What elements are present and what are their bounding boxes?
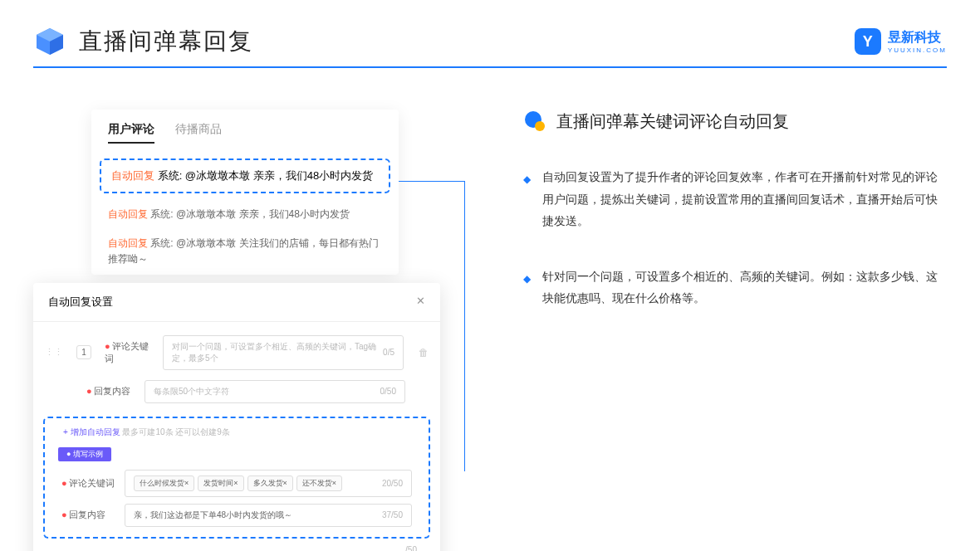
content-input[interactable]: 每条限50个中文字符 0/50 <box>145 380 405 403</box>
page-title: 直播间弹幕回复 <box>79 26 253 57</box>
drag-handle-icon[interactable]: ⋮⋮ <box>45 347 63 358</box>
add-auto-reply-link[interactable]: + 增加自动回复 <box>63 427 120 436</box>
connector-line <box>399 181 465 471</box>
modal-title: 自动回复设置 <box>48 295 113 310</box>
cube-icon <box>33 25 66 58</box>
brand-subtitle: YUUXIN.COM <box>888 46 947 54</box>
example-content-input[interactable]: 亲，我们这边都是下单48小时内发货的哦～ 37/50 <box>125 504 412 527</box>
auto-reply-settings-modal: 自动回复设置 ✕ ⋮⋮ 1 ●评论关键词 对同一个问题，可设置多个相近、高频的关… <box>33 283 440 551</box>
row-number: 1 <box>76 345 91 359</box>
outer-counter: /50 <box>33 545 440 551</box>
bullet-item: ◆ 自动回复设置为了提升作者的评论回复效率，作者可在开播前针对常见的评论用户问题… <box>523 166 947 232</box>
diamond-icon: ◆ <box>523 270 531 310</box>
reply-item: 自动回复 系统: @冰墩墩本墩 关注我们的店铺，每日都有热门推荐呦～ <box>91 229 399 274</box>
bullet-item: ◆ 针对同一个问题，可设置多个相近的、高频的关键词。例如：这款多少钱、这块能优惠… <box>523 266 947 310</box>
highlighted-reply: 自动回复 系统: @冰墩墩本墩 亲亲，我们48小时内发货 <box>100 158 390 193</box>
auto-reply-tag: 自动回复 <box>111 169 154 182</box>
tab-user-comments[interactable]: 用户评论 <box>108 122 154 144</box>
brand-name: 昱新科技 <box>888 29 947 46</box>
tab-pending-goods[interactable]: 待播商品 <box>175 122 222 144</box>
example-badge: ● 填写示例 <box>58 447 111 461</box>
keyword-input[interactable]: 对同一个问题，可设置多个相近、高频的关键词，Tag确定，最多5个 0/5 <box>163 335 404 370</box>
example-keyword-input[interactable]: 什么时候发货× 发货时间× 多久发货× 还不发货× 20/50 <box>125 470 412 497</box>
example-section: + 增加自动回复 最多可建10条 还可以创建9条 ● 填写示例 ●评论关键词 什… <box>43 417 430 539</box>
reply-item: 自动回复 系统: @冰墩墩本墩 亲亲，我们48小时内发货 <box>91 200 399 229</box>
chat-bubble-icon <box>523 110 546 133</box>
comments-panel: 用户评论 待播商品 自动回复 系统: @冰墩墩本墩 亲亲，我们48小时内发货 自… <box>91 110 399 275</box>
diamond-icon: ◆ <box>523 170 531 232</box>
add-hint: 最多可建10条 还可以创建9条 <box>122 427 229 436</box>
reply-text: 系统: @冰墩墩本墩 亲亲，我们48小时内发货 <box>158 169 374 182</box>
brand: Y 昱新科技 YUUXIN.COM <box>855 28 947 55</box>
brand-logo-icon: Y <box>855 28 881 55</box>
section-heading: 直播间弹幕关键词评论自动回复 <box>556 110 789 133</box>
svg-point-4 <box>535 121 545 131</box>
